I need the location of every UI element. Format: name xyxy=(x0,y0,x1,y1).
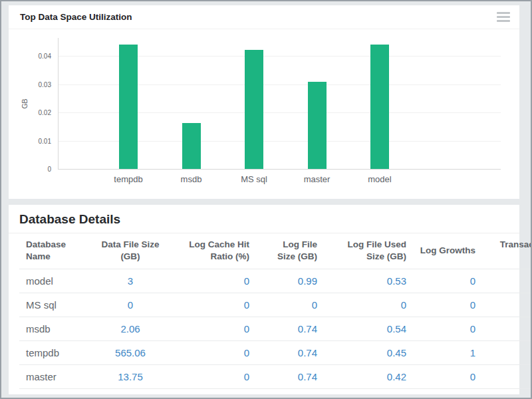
value-cell: 0 xyxy=(256,293,324,317)
value-cell: 3 xyxy=(94,269,167,293)
y-tick-label: 0.04 xyxy=(9,53,51,60)
database-name-cell: tempdb xyxy=(19,341,94,365)
value-cell: 13.75 xyxy=(94,365,167,389)
x-axis-label: tempdb xyxy=(98,174,158,184)
value-cell: 0.08 xyxy=(482,341,532,365)
table-row-master: master13.7500.740.4200.01✎ xyxy=(19,365,532,389)
value-cell: 2.06 xyxy=(94,317,167,341)
value-cell: 0 xyxy=(324,293,413,317)
value-cell: 0.53 xyxy=(324,269,413,293)
value-cell: 0.04 xyxy=(482,269,532,293)
bar-msdb[interactable] xyxy=(182,123,201,169)
table-row-ms-sql: MS sql000000✎ xyxy=(19,293,532,317)
value-cell: 0 xyxy=(482,317,532,341)
database-details-card: Database Details Database NameData File … xyxy=(9,205,519,394)
y-tick-label: 0.02 xyxy=(9,109,51,116)
hamburger-menu-icon[interactable] xyxy=(497,9,510,25)
x-axis-label: master xyxy=(287,174,347,184)
column-header-transaction-sec: Transaction / sec xyxy=(482,233,532,269)
value-cell: 0 xyxy=(167,341,256,365)
table-row-tempdb: tempdb565.0600.740.4510.08✎ xyxy=(19,341,532,365)
value-cell: 0.99 xyxy=(256,269,324,293)
value-cell: 0.54 xyxy=(324,317,413,341)
table-title: Database Details xyxy=(9,205,519,233)
chart-title: Top Data Space Utilization xyxy=(20,12,132,22)
value-cell: 0 xyxy=(167,317,256,341)
chart-card-header: Top Data Space Utilization xyxy=(9,5,519,29)
table-row-msdb: msdb2.0600.740.5400✎ xyxy=(19,317,532,341)
x-axis-label: MS sql xyxy=(224,174,284,184)
value-cell: 565.06 xyxy=(94,341,167,365)
y-axis-line xyxy=(58,38,59,169)
column-header-log-growths: Log Growths xyxy=(413,233,482,269)
x-axis-label: msdb xyxy=(162,174,221,184)
database-name-cell: MS sql xyxy=(19,293,94,317)
bar-tempdb[interactable] xyxy=(119,45,138,169)
database-name-cell: msdb xyxy=(19,317,94,341)
column-header-log-file-size-gb: Log File Size (GB) xyxy=(256,233,324,269)
database-details-table: Database NameData File Size (GB)Log Cach… xyxy=(19,233,532,389)
table-header-row: Database NameData File Size (GB)Log Cach… xyxy=(19,233,532,269)
value-cell: 1 xyxy=(413,341,482,365)
column-header-data-file-size-gb: Data File Size (GB) xyxy=(94,233,167,269)
value-cell: 0 xyxy=(413,365,482,389)
value-cell: 0 xyxy=(167,293,256,317)
value-cell: 0.74 xyxy=(256,341,324,365)
value-cell: 0 xyxy=(482,293,532,317)
database-name-cell: master xyxy=(19,365,94,389)
dashboard-screen: Top Data Space Utilization 00.010.020.03… xyxy=(0,0,532,399)
column-header-log-file-used-size-gb: Log File Used Size (GB) xyxy=(324,233,413,269)
bar-master[interactable] xyxy=(308,82,327,169)
bar-model[interactable] xyxy=(370,45,389,169)
column-header-database-name: Database Name xyxy=(19,233,94,269)
value-cell: 0 xyxy=(167,365,256,389)
bar-chart: 00.010.020.030.04GBtempdbmsdbMS sqlmaste… xyxy=(9,29,519,199)
y-axis-title: GB xyxy=(21,98,29,108)
column-header-log-cache-hit-ratio: Log Cache Hit Ratio (%) xyxy=(167,233,256,269)
x-axis-label: model xyxy=(350,174,410,184)
y-tick-label: 0.01 xyxy=(9,137,51,144)
value-cell: 0.01 xyxy=(482,365,532,389)
table-row-model: model300.990.5300.04✎ xyxy=(19,269,532,293)
value-cell: 0 xyxy=(413,293,482,317)
value-cell: 0.45 xyxy=(324,341,413,365)
value-cell: 0.42 xyxy=(324,365,413,389)
y-tick-label: 0 xyxy=(9,166,51,173)
value-cell: 0.74 xyxy=(256,317,324,341)
bar-ms-sql[interactable] xyxy=(245,50,263,169)
value-cell: 0.74 xyxy=(256,365,324,389)
value-cell: 0 xyxy=(413,269,482,293)
data-space-utilization-card: Top Data Space Utilization 00.010.020.03… xyxy=(9,5,519,199)
database-name-cell: model xyxy=(19,269,94,293)
value-cell: 0 xyxy=(167,269,256,293)
y-tick-label: 0.03 xyxy=(9,80,51,88)
value-cell: 0 xyxy=(413,317,482,341)
x-axis-line xyxy=(58,169,501,170)
value-cell: 0 xyxy=(94,293,167,317)
